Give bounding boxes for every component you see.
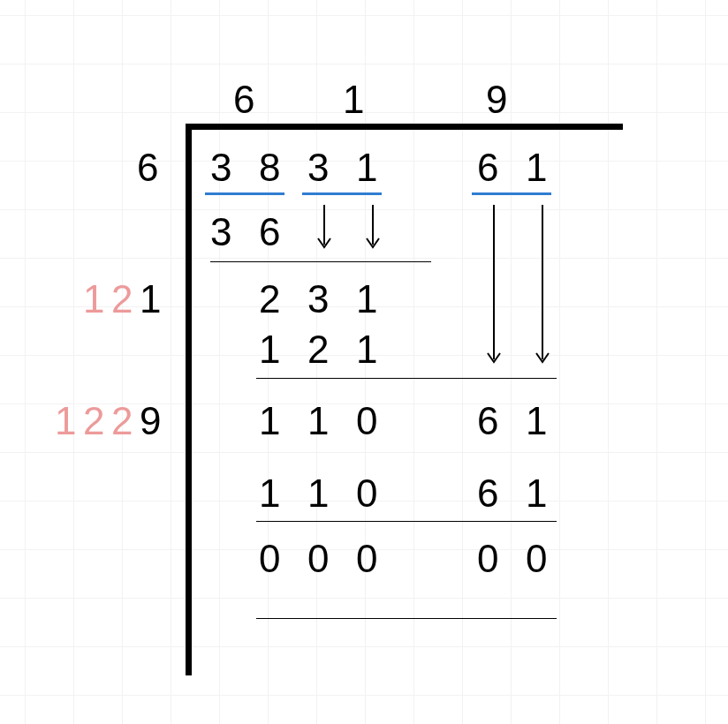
prod2-c: 1 — [356, 328, 378, 372]
group-rule-3 — [472, 192, 551, 195]
prod3-b: 1 — [307, 471, 330, 516]
final-e: 0 — [526, 537, 548, 581]
radicand-g2a: 3 — [307, 146, 330, 190]
bracket-top — [186, 124, 623, 130]
diff1-c: 1 — [356, 277, 378, 321]
arrow-down-1 — [318, 205, 330, 253]
rule-3 — [256, 521, 557, 522]
side2-p3: 2 — [111, 399, 133, 443]
step1-b: 6 — [259, 210, 281, 254]
side1-p2: 2 — [111, 277, 133, 321]
side2-p1: 1 — [55, 399, 77, 443]
side1-p3: 1 — [140, 277, 162, 321]
prod2-a: 1 — [259, 328, 281, 372]
diff1-b: 3 — [307, 277, 330, 321]
quotient-d3: 9 — [486, 78, 508, 122]
quotient-d1: 6 — [233, 78, 255, 122]
side1-p1: 1 — [83, 277, 105, 321]
final-c: 0 — [356, 537, 378, 581]
side2-p2: 2 — [83, 399, 105, 443]
step1-a: 3 — [210, 210, 232, 254]
radicand-g3a: 6 — [477, 146, 499, 190]
diff2-d: 6 — [477, 399, 499, 443]
bracket-left — [186, 124, 192, 675]
prod3-d: 6 — [477, 471, 499, 516]
rule-4 — [256, 618, 557, 619]
radicand-g2b: 1 — [356, 146, 378, 190]
arrow-down-4 — [536, 205, 549, 368]
rule-1 — [210, 261, 431, 262]
radicand-g1b: 8 — [259, 146, 281, 190]
group-rule-1 — [205, 192, 284, 195]
radicand-g3b: 1 — [526, 146, 548, 190]
prod3-c: 0 — [356, 471, 378, 516]
prod3-e: 1 — [526, 471, 548, 516]
diff2-e: 1 — [526, 399, 548, 443]
prod3-a: 1 — [259, 471, 281, 516]
arrow-down-3 — [488, 205, 500, 368]
quotient-d2: 1 — [343, 78, 365, 122]
rule-2 — [256, 378, 557, 379]
diff2-b: 1 — [307, 399, 330, 443]
final-d: 0 — [477, 537, 499, 581]
diff1-a: 2 — [259, 277, 281, 321]
radicand-g1a: 3 — [210, 146, 232, 190]
final-a: 0 — [259, 537, 281, 581]
divisor-start: 6 — [137, 146, 159, 190]
group-rule-2 — [302, 192, 382, 195]
diff2-c: 0 — [356, 399, 378, 443]
arrow-down-2 — [367, 205, 379, 253]
prod2-b: 2 — [307, 328, 330, 372]
diff2-a: 1 — [259, 399, 281, 443]
final-b: 0 — [307, 537, 330, 581]
side2-p4: 9 — [140, 399, 162, 443]
